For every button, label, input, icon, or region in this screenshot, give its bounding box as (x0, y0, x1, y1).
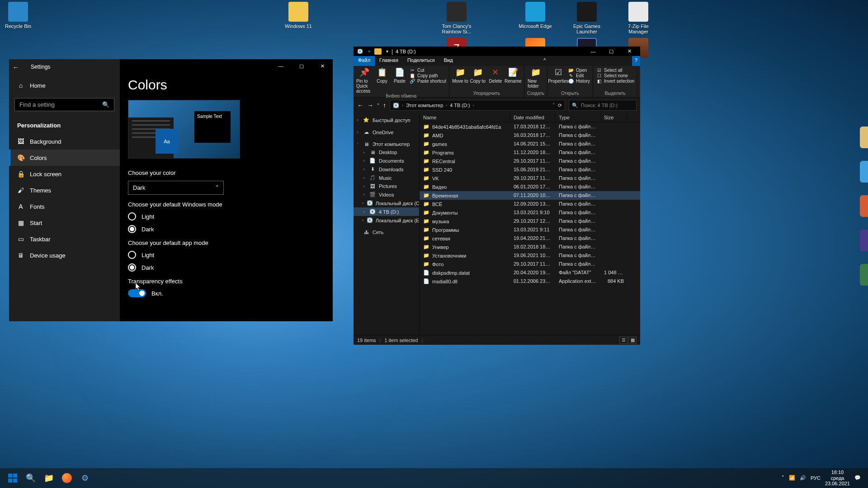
start-button[interactable] (4, 469, 22, 487)
file-row[interactable]: 📁Установочники19.06.2021 10:28Папка с фа… (420, 251, 640, 260)
copy-button[interactable]: 📋Copy (374, 67, 390, 84)
sidebar-item-taskbar[interactable]: ▭Taskbar (9, 231, 120, 247)
new-folder-button[interactable]: 📁New folder (528, 67, 544, 89)
sidebar-item-start[interactable]: ▦Start (9, 215, 120, 231)
search-icon[interactable]: 🔍 (22, 469, 40, 487)
delete-button[interactable]: ✕Delete (487, 67, 504, 84)
nav-tree-item[interactable]: >🎬Videos (354, 190, 419, 199)
thumbnails-view-icon[interactable]: ▦ (628, 337, 637, 344)
explorer-taskbar-icon[interactable]: 📁 (40, 469, 58, 487)
search-input[interactable]: 🔍Поиск: 4 TB (D:) (569, 100, 637, 111)
nav-tree-item[interactable]: >💽Локальный диск (E:) (354, 216, 419, 225)
chevron-down-icon[interactable]: ˅ (552, 103, 555, 108)
copy-to-button[interactable]: 📁Copy to (470, 67, 486, 84)
open-button[interactable]: 📂Open (568, 68, 590, 73)
maximize-button[interactable]: ▢ (602, 47, 620, 56)
nav-tree-item[interactable]: 🖧Сеть (354, 228, 419, 236)
ribbon-tab[interactable]: Файл (354, 56, 375, 66)
nav-forward-button[interactable]: → (367, 102, 373, 109)
nav-up-button[interactable]: ↑ (383, 102, 386, 109)
desktop-icon[interactable]: 7-Zip File Manager (620, 2, 656, 34)
nav-tree-item[interactable]: >📄Documents (354, 156, 419, 165)
history-button[interactable]: 🕘History (568, 79, 590, 84)
file-row[interactable]: 📄diskpsdtmp.datat20.04.2020 19:42Файл "D… (420, 268, 640, 277)
file-row[interactable]: 📁AMD16.03.2018 17:56Папка с файлами (420, 131, 640, 140)
desktop-icon[interactable]: Epic Games Launcher (569, 2, 605, 34)
paste-button[interactable]: 📄Paste (392, 67, 408, 84)
nav-tree-item[interactable]: >⭐Быстрый доступ (354, 116, 419, 124)
maximize-button[interactable]: ▢ (291, 59, 312, 73)
close-button[interactable]: ✕ (620, 47, 638, 56)
desktop-icon[interactable]: Microsoft Edge (517, 2, 553, 29)
file-row[interactable]: 📁RECentral29.10.2017 11:09Папка с файлам… (420, 157, 640, 165)
file-row[interactable]: 📁Документы13.03.2021 9:10Папка с файлами (420, 208, 640, 217)
desktop-icon[interactable]: Windows 11 (280, 2, 316, 29)
color-dropdown[interactable]: Dark˅ (128, 181, 224, 195)
search-input[interactable]: Find a setting🔍 (14, 98, 114, 111)
ribbon-collapse-icon[interactable]: ^ (541, 56, 548, 66)
edit-button[interactable]: ✎Edit (568, 73, 590, 78)
select-none-button[interactable]: ☐Select none (596, 73, 634, 78)
sidebar-home[interactable]: ⌂Home (9, 77, 120, 94)
sidebar-item-fonts[interactable]: AFonts (9, 198, 120, 215)
ribbon-tab[interactable]: Главная (375, 56, 403, 66)
nav-tree-item[interactable]: >☁OneDrive (354, 128, 419, 136)
file-row[interactable]: 📁музыка29.10.2017 12:16Папка с файлами (420, 217, 640, 225)
desktop-icon[interactable]: Tom Clancy's Rainbow Si... (439, 2, 475, 34)
nav-history-button[interactable]: ˅ (377, 103, 379, 108)
radio-windows-light[interactable]: Light (128, 212, 325, 221)
file-row[interactable]: 📁SSD 24015.06.2019 21:37Папка с файлами (420, 165, 640, 174)
invert-selection-button[interactable]: ◧Invert selection (596, 79, 634, 84)
select-all-button[interactable]: ☑Select all (596, 68, 634, 73)
cut-button[interactable]: ✂Cut (409, 68, 446, 73)
radio-windows-dark[interactable]: Dark (128, 225, 325, 233)
sidebar-item-themes[interactable]: 🖌Themes (9, 182, 120, 198)
radio-app-light[interactable]: Light (128, 251, 325, 259)
clock[interactable]: 18:10 среда 23.06.2021 (825, 469, 850, 487)
file-row[interactable]: 📁Временная07.11.2020 10:28Папка с файлам… (420, 191, 640, 200)
sidebar-item-colors[interactable]: 🎨Colors (9, 150, 120, 166)
file-row[interactable]: 📁сетевая19.04.2020 21:04Папка с файлами (420, 234, 640, 243)
nav-tree-item[interactable]: >🖼Pictures (354, 182, 419, 190)
breadcrumb[interactable]: 💽› Этот компьютер› 4 TB (D:)› ˅ ⟳ (390, 100, 565, 111)
desktop-icon[interactable]: Recycle Bin (0, 2, 36, 29)
ribbon-tab[interactable]: Поделиться (403, 56, 439, 66)
explorer-titlebar[interactable]: 💽 ▾ ▾ | 4 TB (D:) — ▢ ✕ (354, 47, 640, 56)
language-indicator[interactable]: РУС (811, 475, 821, 481)
firefox-taskbar-icon[interactable] (58, 469, 76, 487)
file-row[interactable]: 📁Programs11.12.2020 18:49Папка с файлами (420, 148, 640, 157)
file-row[interactable]: 📁ВСЁ12.09.2020 13:17Папка с файлами (420, 200, 640, 208)
settings-taskbar-icon[interactable]: ⚙ (76, 469, 94, 487)
nav-tree-item[interactable]: >🖥Desktop (354, 148, 419, 156)
sidebar-item-device-usage[interactable]: 🖥Device usage (9, 247, 120, 263)
pin-button[interactable]: 📌Pin to Quick access (356, 67, 373, 94)
rename-button[interactable]: 📝Rename (505, 67, 521, 84)
refresh-icon[interactable]: ⟳ (558, 103, 562, 108)
file-row[interactable]: 📁Программы13.03.2021 9:11Папка с файлами (420, 225, 640, 234)
file-row[interactable]: 📁games14.06.2021 15:06Папка с файлами (420, 140, 640, 148)
nav-tree-item[interactable]: >⬇Downloads (354, 165, 419, 174)
details-view-icon[interactable]: ☰ (619, 337, 627, 344)
nav-tree-item[interactable]: ˅🖥Этот компьютер (354, 140, 419, 148)
overflow-icon[interactable]: ▾ (383, 48, 391, 55)
file-row[interactable]: 📁VK29.10.2017 11:25Папка с файлами (420, 174, 640, 183)
file-row[interactable]: 📄msdia80.dll01.12.2006 23:37Application … (420, 277, 640, 286)
back-arrow-icon[interactable]: ← (13, 64, 19, 71)
copy-path-button[interactable]: 📋Copy path (409, 73, 446, 78)
navigation-pane[interactable]: >⭐Быстрый доступ>☁OneDrive˅🖥Этот компьют… (354, 113, 420, 335)
paste-shortcut-button[interactable]: 🔗Paste shortcut (409, 79, 446, 84)
help-icon[interactable]: ? (632, 56, 640, 66)
file-row[interactable]: 📁84de414b85431aba6afc64fd1a17.03.2018 12… (420, 122, 640, 131)
network-icon[interactable]: 📶 (789, 475, 795, 481)
sidebar-item-background[interactable]: 🖼Background (9, 133, 120, 150)
column-headers[interactable]: Name Date modified Type Size (420, 113, 640, 122)
down-arrow-icon[interactable]: ▾ (365, 48, 373, 55)
move-to-button[interactable]: 📁Move to (452, 67, 468, 84)
file-row[interactable]: 📁Фото29.10.2017 11:24Папка с файлами (420, 260, 640, 268)
nav-tree-item[interactable]: >💽Локальный диск (C:) (354, 199, 419, 207)
radio-app-dark[interactable]: Dark (128, 263, 325, 272)
properties-button[interactable]: ☑Properties (550, 67, 566, 84)
nav-tree-item[interactable]: >🎵Music (354, 174, 419, 182)
nav-tree-item[interactable]: >💽4 TB (D:) (354, 207, 419, 216)
volume-icon[interactable]: 🔊 (800, 475, 806, 481)
